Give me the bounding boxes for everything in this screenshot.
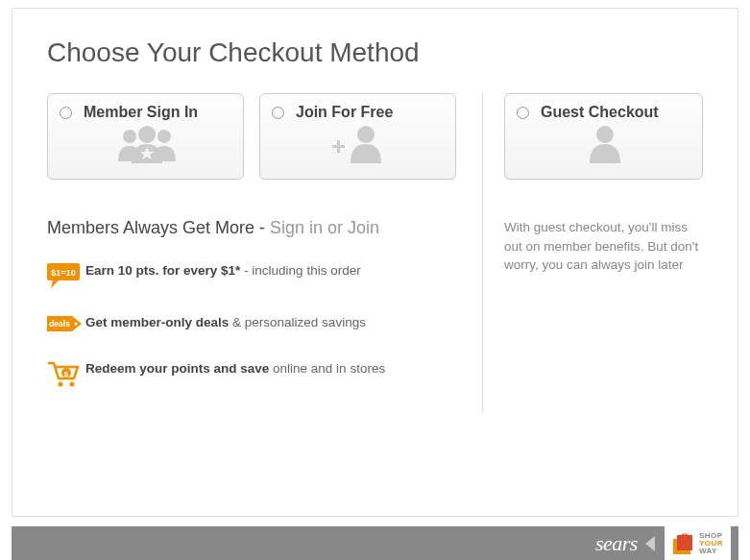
svg-text:$1=10: $1=10 (51, 268, 75, 278)
subhead-light: Sign in or Join (270, 218, 379, 237)
checkout-panel: Choose Your Checkout Method Member Sign … (12, 8, 738, 517)
members-subhead: Members Always Get More - Sign in or Joi… (47, 218, 459, 238)
benefit-earn-text: Earn 10 pts. for every $1* - including t… (85, 261, 361, 278)
person-icon (581, 123, 629, 169)
benefit-redeem: $ Redeem your points and save online and… (47, 359, 459, 392)
shopping-bag-icon (672, 532, 693, 555)
option-guest-label: Guest Checkout (541, 104, 659, 121)
columns: Member Sign In (47, 93, 703, 413)
svg-point-1 (157, 130, 171, 143)
svg-rect-6 (332, 145, 345, 148)
sears-logo: sears (595, 531, 638, 556)
option-member-signin[interactable]: Member Sign In (47, 93, 244, 180)
option-member-signin-label: Member Sign In (84, 104, 198, 121)
svg-marker-8 (51, 280, 59, 288)
svg-rect-19 (677, 535, 692, 550)
svg-text:deals: deals (49, 319, 70, 329)
option-join-free-label: Join For Free (296, 104, 393, 121)
guest-note: With guest checkout, you'll miss out on … (504, 218, 703, 275)
add-person-icon (326, 123, 393, 169)
svg-point-11 (75, 323, 78, 326)
benefit-redeem-text: Redeem your points and save online and i… (85, 359, 385, 376)
cart-icon: $ (47, 359, 85, 392)
subhead-strong: Members Always Get More (47, 218, 254, 237)
radio-join-free[interactable] (272, 107, 284, 119)
member-option-row: Member Sign In (47, 93, 459, 180)
shop-your-way-badge: SHOP YOUR WAY (665, 526, 731, 560)
option-guest-checkout[interactable]: Guest Checkout (504, 93, 703, 180)
chevron-left-icon (645, 536, 655, 551)
svg-point-2 (138, 126, 156, 143)
benefit-deals: deals Get member-only deals & personaliz… (47, 313, 459, 338)
benefit-earn-points: $1=10 Earn 10 pts. for every $1* - inclu… (47, 261, 459, 292)
syw-line3: WAY (699, 548, 723, 555)
svg-point-13 (59, 382, 63, 387)
svg-point-4 (357, 126, 375, 143)
svg-point-0 (123, 130, 136, 143)
col-guest: Guest Checkout With guest checkout, you'… (482, 93, 703, 413)
group-people-icon (109, 123, 185, 169)
svg-text:$: $ (64, 370, 69, 378)
deals-tag-icon: deals (47, 313, 85, 338)
option-join-free[interactable]: Join For Free (259, 93, 456, 180)
col-member-options: Member Sign In (47, 93, 482, 413)
svg-point-17 (596, 126, 614, 143)
benefit-deals-text: Get member-only deals & personalized sav… (85, 313, 366, 329)
badge-1to10-icon: $1=10 (47, 261, 85, 292)
radio-guest-checkout[interactable] (517, 107, 529, 119)
radio-member-signin[interactable] (60, 107, 72, 119)
page-title: Choose Your Checkout Method (47, 37, 703, 68)
subhead-dash: - (254, 218, 270, 237)
footer-bar: sears SHOP YOUR WAY (12, 526, 738, 560)
svg-point-14 (70, 382, 75, 387)
